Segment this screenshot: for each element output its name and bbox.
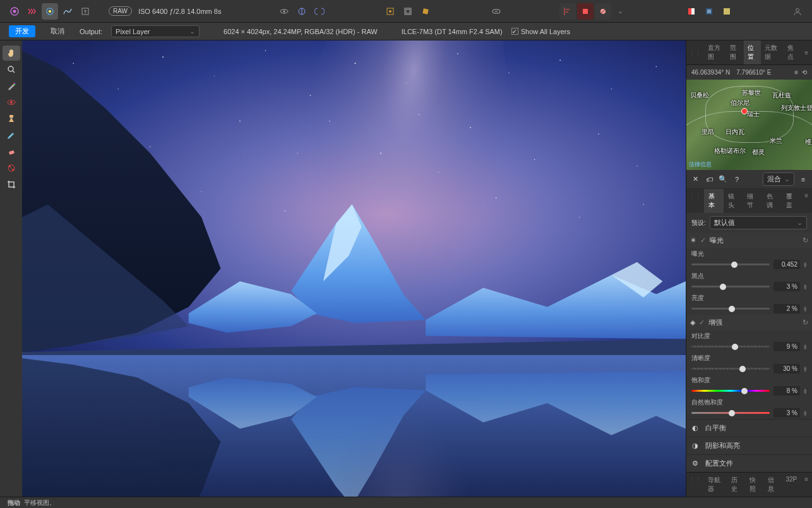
tab-info[interactable]: 信息	[764, 473, 782, 497]
tab-history[interactable]: 历史	[727, 473, 746, 497]
map-city-label: 里昂	[702, 128, 714, 136]
collapsed-section[interactable]: ⚙配置文件	[686, 454, 812, 472]
panel-menu-icon[interactable]: ≡	[801, 49, 812, 56]
dev-panel-menu-icon[interactable]: ≡	[801, 189, 812, 213]
tab-scope[interactable]: 范围	[726, 40, 744, 64]
slider-track[interactable]	[691, 412, 770, 414]
search-icon[interactable]: 🔍	[718, 175, 728, 183]
slider-value-input[interactable]	[773, 408, 800, 418]
slider-value-input[interactable]	[773, 304, 800, 313]
section-exposure[interactable]: ☀ ✓ 曝光 ↻	[686, 233, 812, 248]
reset-enhance-icon[interactable]: ↻	[803, 318, 808, 327]
slider-stepper[interactable]: ▴▾	[804, 388, 807, 394]
context-toolbar: 开发 取消 Output: Pixel Layer⌄ 6024 × 4024px…	[0, 23, 812, 40]
section-enhance[interactable]: ◈ ✓ 增强 ↻	[686, 315, 812, 330]
slider-track[interactable]	[691, 390, 770, 392]
view-clip-shadows-icon[interactable]	[276, 3, 292, 20]
canvas-viewport[interactable]	[22, 40, 686, 497]
persona-develop-icon[interactable]	[42, 3, 58, 20]
tab-location[interactable]: 位置	[744, 40, 761, 64]
coords-list-icon[interactable]: ≡	[794, 69, 798, 76]
alignment-more-icon[interactable]: ⌄	[612, 3, 629, 20]
slider-value-input[interactable]	[773, 386, 800, 396]
slider-value-input[interactable]	[773, 282, 800, 291]
show-all-layers-label: Show All Layers	[521, 28, 570, 35]
bottom-panel-menu-icon[interactable]: ≡	[801, 473, 812, 497]
slider-stepper[interactable]: ▴▾	[804, 284, 807, 290]
toggle-link-icon[interactable]	[488, 3, 505, 20]
show-all-layers-checkbox[interactable]	[511, 28, 518, 35]
location-map[interactable]: 贝桑松苏黎世伯尔尼瓦杜兹瑞士列支敦士登里昂日内瓦米兰维罗格勒诺布尔都灵热那亚比萨…	[686, 80, 812, 170]
overlay-gradient-tool-icon[interactable]	[3, 160, 20, 176]
account-icon[interactable]	[789, 3, 806, 20]
alignment-right-icon[interactable]	[595, 3, 611, 20]
persona-tone-icon[interactable]	[59, 3, 76, 20]
tab-snapshot[interactable]: 快照	[746, 473, 764, 497]
tab-navigator[interactable]: 导航器	[704, 473, 727, 497]
map-legal-link[interactable]: 法律信息	[689, 160, 712, 169]
slider-track[interactable]	[691, 286, 770, 287]
slider-value-input[interactable]	[773, 364, 800, 373]
tab-histogram[interactable]: 直方图	[704, 40, 726, 64]
output-select[interactable]: Pixel Layer⌄	[111, 25, 200, 37]
red-eye-tool-icon[interactable]	[3, 95, 20, 110]
overlay-erase-tool-icon[interactable]	[3, 144, 20, 159]
assets-icon[interactable]	[701, 3, 717, 20]
svg-point-63	[329, 121, 330, 121]
grip-icon[interactable]: ⋮⋮	[686, 49, 704, 56]
slider-stepper[interactable]: ▴▾	[804, 410, 807, 416]
overlay-paint-tool-icon[interactable]	[3, 128, 20, 143]
slider-stepper[interactable]: ▴▾	[804, 306, 807, 312]
hand-tool-icon[interactable]	[3, 45, 20, 61]
alignment-left-icon[interactable]	[559, 3, 576, 20]
notes-icon[interactable]	[719, 3, 735, 20]
tab-overlay[interactable]: 覆盖	[782, 189, 801, 213]
blend-mode-select[interactable]: 混合⌄	[763, 172, 794, 186]
panel-menu-icon[interactable]: ≡	[798, 176, 808, 183]
view-split-icon[interactable]	[294, 3, 310, 20]
tab-detail[interactable]: 细节	[743, 189, 762, 213]
tab-lens[interactable]: 镜头	[724, 189, 743, 213]
svg-point-27	[10, 101, 13, 104]
slider-stepper[interactable]: ▴▾	[804, 344, 807, 350]
develop-button[interactable]: 开发	[9, 25, 35, 37]
cancel-button[interactable]: 取消	[44, 25, 71, 37]
slider-value-input[interactable]	[773, 342, 800, 351]
snap-grid-icon[interactable]	[400, 3, 416, 20]
coords-locate-icon[interactable]: ⟲	[802, 69, 807, 76]
tab-focus[interactable]: 焦点	[784, 40, 801, 64]
preset-label: 预设:	[691, 219, 706, 227]
blemish-tool-icon[interactable]	[3, 111, 20, 126]
tab-metadata[interactable]: 元数据	[761, 40, 783, 64]
svg-point-22	[8, 66, 13, 71]
slider-track[interactable]	[691, 263, 770, 265]
slider-track[interactable]	[691, 368, 770, 370]
alignment-center-icon[interactable]	[577, 3, 594, 20]
collapsed-section[interactable]: ◐白平衡	[686, 419, 812, 437]
view-mirror-icon[interactable]	[311, 3, 328, 20]
white-balance-tool-icon[interactable]	[3, 78, 20, 94]
preset-select[interactable]: 默认值⌄	[710, 216, 807, 229]
swatches-icon[interactable]	[683, 3, 700, 20]
persona-photo-icon[interactable]	[6, 3, 23, 20]
svg-rect-17	[691, 8, 695, 15]
slider-stepper[interactable]: ▴▾	[804, 262, 807, 268]
persona-export-icon[interactable]	[77, 3, 93, 20]
tab-basic[interactable]: 基本	[704, 189, 724, 213]
persona-liquify-icon[interactable]	[24, 3, 40, 20]
collapsed-section[interactable]: ◑阴影和高亮	[686, 437, 812, 454]
crop-tool-icon[interactable]	[3, 177, 20, 192]
slider-stepper[interactable]: ▴▾	[804, 366, 807, 372]
tab-tone[interactable]: 色调	[762, 189, 782, 213]
snap-pixel-icon[interactable]	[382, 3, 398, 20]
slider-value-input[interactable]	[773, 260, 800, 269]
tab-32p[interactable]: 32P	[782, 473, 801, 497]
close-icon[interactable]: ✕	[690, 175, 700, 183]
zoom-tool-icon[interactable]	[3, 62, 20, 77]
help-icon[interactable]: ?	[732, 176, 742, 183]
tag-icon[interactable]: 🏷	[704, 176, 714, 183]
slider-track[interactable]	[691, 346, 770, 348]
reset-exposure-icon[interactable]: ↻	[803, 236, 808, 245]
slider-track[interactable]	[691, 308, 770, 310]
snap-rotate-icon[interactable]	[417, 3, 434, 20]
